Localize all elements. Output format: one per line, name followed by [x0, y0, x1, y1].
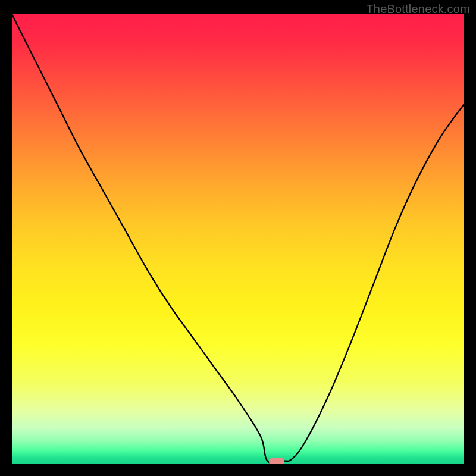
optimal-point-marker: [269, 458, 284, 464]
chart-frame: TheBottleneck.com: [0, 0, 476, 476]
curve-path: [12, 14, 464, 463]
bottleneck-curve: [12, 14, 464, 464]
watermark-text: TheBottleneck.com: [366, 2, 470, 16]
plot-area: [12, 14, 464, 464]
